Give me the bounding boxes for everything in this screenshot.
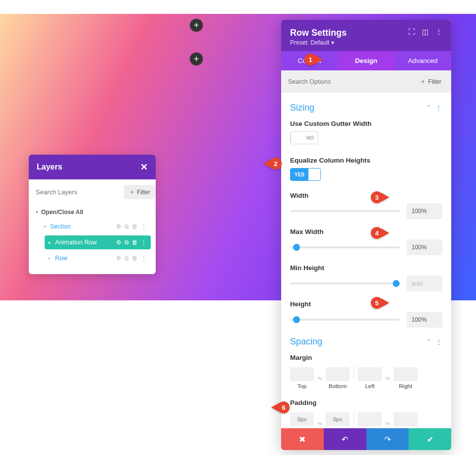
max-width-value-input[interactable]: 100% [407,239,442,255]
equalize-toggle[interactable]: YES [290,168,321,181]
add-section-button-top[interactable]: + [190,19,203,32]
padding-label: Padding [290,399,442,406]
layers-title: Layers [37,163,62,171]
layers-search-input[interactable] [34,184,121,200]
settings-title: Row Settings [290,28,347,38]
tab-design[interactable]: Design [338,51,394,70]
max-width-slider[interactable] [290,246,400,248]
open-close-all-toggle[interactable]: Open/Close All [29,205,156,220]
gear-icon[interactable]: ⚙ [116,223,121,230]
layers-header: Layers ✕ [29,155,156,179]
more-icon[interactable]: ⋮ [435,28,442,36]
settings-search-row: ＋Filter [281,70,451,93]
layer-item-animation-row[interactable]: ▸ Animation Row ⚙ ⧉ 🗑 ⋮ [45,235,151,249]
height-value-input[interactable]: 100% [407,312,442,328]
link-icon[interactable]: ⇋ [317,420,323,427]
trash-icon[interactable]: 🗑 [132,239,138,246]
chevron-down-icon: ▾ [44,224,46,229]
annotation-marker-1: 1 [304,54,323,65]
min-height-slider[interactable] [290,283,400,284]
padding-left-input[interactable] [358,412,382,426]
more-icon[interactable]: ⋮ [141,255,147,262]
equalize-label: Equalize Column Heights [290,157,442,164]
save-button[interactable]: ✔ [409,428,451,450]
preset-dropdown[interactable]: Preset: Default ▾ [290,39,347,46]
more-icon[interactable]: ⋮ [141,223,147,230]
chevron-right-icon: ▸ [49,240,51,245]
margin-bottom-input[interactable] [326,367,350,381]
margin-top-input[interactable] [290,367,314,381]
close-icon[interactable]: ✕ [140,162,148,172]
height-slider[interactable] [290,319,400,321]
chevron-up-icon[interactable]: ˄ [427,338,430,346]
layers-filter-button[interactable]: ＋Filter [124,185,155,199]
cancel-button[interactable]: ✖ [281,428,324,450]
padding-bottom-input[interactable] [326,412,350,426]
layer-item-section[interactable]: ▾ Section ⚙ ⧉ 🗑 ⋮ [40,220,151,233]
duplicate-icon[interactable]: ⧉ [124,223,129,230]
layer-item-row[interactable]: ▸ Row ⚙ ⧉ 🗑 ⋮ [45,251,151,265]
max-width-label: Max Width [290,228,442,235]
width-value-input[interactable]: 100% [407,203,442,219]
min-height-label: Min Height [290,264,442,272]
settings-filter-button[interactable]: ＋Filter [415,74,446,89]
sizing-section-header[interactable]: Sizing ˄ ⋮ [290,103,442,113]
trash-icon[interactable]: 🗑 [132,255,138,262]
height-label: Height [290,300,442,308]
settings-header: Row Settings Preset: Default ▾ ⛶ ◫ ⋮ [281,20,451,51]
width-label: Width [290,192,442,199]
annotation-marker-6: 6 [271,401,290,413]
padding-top-input[interactable] [290,412,314,426]
padding-right-input[interactable] [394,412,417,426]
link-icon[interactable]: ⇋ [317,375,323,382]
gutter-toggle[interactable]: NO [290,131,318,144]
more-icon[interactable]: ⋮ [435,104,442,112]
link-icon[interactable]: ⇋ [385,375,391,382]
chevron-up-icon[interactable]: ˄ [427,104,430,112]
margin-left-input[interactable] [358,367,382,381]
gear-icon[interactable]: ⚙ [116,239,121,246]
gear-icon[interactable]: ⚙ [116,255,121,262]
width-slider[interactable] [290,210,400,212]
spacing-section-header[interactable]: Spacing ˄ ⋮ [290,337,442,347]
undo-button[interactable]: ↶ [324,428,366,450]
duplicate-icon[interactable]: ⧉ [124,255,129,262]
row-settings-panel: Row Settings Preset: Default ▾ ⛶ ◫ ⋮ Con… [281,20,451,450]
min-height-value-input[interactable]: auto [407,276,442,291]
annotation-marker-3: 3 [371,191,389,203]
divider [354,410,354,424]
snap-icon[interactable]: ◫ [422,28,428,36]
annotation-marker-5: 5 [371,297,389,309]
expand-icon[interactable]: ⛶ [408,28,415,36]
add-section-button-lower[interactable]: + [190,53,203,65]
link-icon[interactable]: ⇋ [385,420,391,427]
more-icon[interactable]: ⋮ [141,239,147,246]
settings-search-input[interactable] [286,75,412,88]
chevron-right-icon: ▸ [49,256,51,261]
gutter-label: Use Custom Gutter Width [290,120,442,127]
divider [354,365,354,379]
settings-footer: ✖ ↶ ↷ ✔ [281,428,451,450]
layers-panel: Layers ✕ ＋Filter Open/Close All ▾ Sectio… [29,155,156,274]
duplicate-icon[interactable]: ⧉ [124,239,129,246]
margin-right-input[interactable] [394,367,417,381]
trash-icon[interactable]: 🗑 [132,223,138,230]
annotation-marker-4: 4 [371,227,389,239]
more-icon[interactable]: ⋮ [435,338,442,346]
annotation-marker-2: 2 [263,158,282,170]
layers-search-row: ＋Filter [29,179,156,205]
redo-button[interactable]: ↷ [366,428,409,450]
margin-label: Margin [290,354,442,361]
tab-advanced[interactable]: Advanced [395,51,451,70]
chevron-down-icon: ▾ [331,39,334,46]
